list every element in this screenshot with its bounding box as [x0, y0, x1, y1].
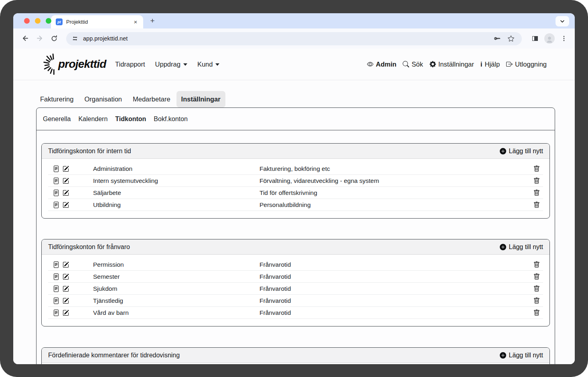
eye-icon	[367, 61, 373, 67]
new-tab-button[interactable]: +	[147, 16, 158, 26]
account-description: Frånvarotid	[260, 261, 533, 268]
trash-icon	[533, 274, 540, 280]
nav-link-tidrapport[interactable]: Tidrapport	[115, 61, 145, 68]
file-text-icon[interactable]	[53, 166, 59, 172]
url-text[interactable]: app.projekttid.net	[83, 35, 489, 42]
logout-button[interactable]: Utloggning	[506, 61, 547, 68]
table-row: Utbildning Personalutbildning	[48, 199, 543, 211]
nav-link-uppdrag[interactable]: Uppdrag	[155, 61, 187, 68]
add-new-button[interactable]: Lägg till nytt	[500, 243, 543, 251]
file-text-icon[interactable]	[53, 261, 59, 268]
side-panel-button[interactable]	[529, 32, 541, 45]
card-intern-tid: Tidföringskonton för intern tid Lägg til…	[41, 143, 550, 219]
file-text-icon[interactable]	[53, 298, 59, 304]
edit-icon[interactable]	[63, 298, 69, 304]
settings-panel: Generella Kalendern Tidkonton Bokf.konto…	[36, 107, 555, 364]
account-name: Säljarbete	[93, 189, 260, 197]
delete-button[interactable]	[533, 274, 540, 280]
plus-circle-icon	[500, 352, 506, 359]
trash-icon	[533, 178, 540, 184]
table-row: Vård av barn Frånvarotid	[48, 307, 543, 319]
favicon: pt	[56, 18, 63, 25]
delete-button[interactable]	[533, 202, 540, 208]
logo-text: projekttid	[58, 58, 106, 71]
edit-icon[interactable]	[63, 274, 69, 280]
delete-button[interactable]	[533, 286, 540, 292]
search-label: Sök	[412, 61, 423, 68]
tab-close-icon[interactable]: ×	[132, 18, 139, 26]
subtab-kalendern[interactable]: Kalendern	[78, 114, 108, 124]
table-row: Tjänstledig Frånvarotid	[48, 295, 543, 307]
delete-button[interactable]	[533, 261, 540, 268]
edit-icon[interactable]	[63, 310, 69, 316]
admin-view-button[interactable]: Admin	[367, 61, 396, 68]
file-text-icon[interactable]	[53, 286, 59, 292]
settings-tab-bar: Fakturering Organisation Medarbetare Ins…	[35, 91, 553, 107]
delete-button[interactable]	[533, 310, 540, 316]
chevron-down-icon	[560, 18, 565, 24]
app-navbar: projekttid Tidrapport Uppdrag Kund Admin…	[13, 49, 575, 80]
edit-icon[interactable]	[63, 190, 69, 196]
app-logo[interactable]: projekttid	[39, 53, 108, 76]
account-name: Permission	[93, 261, 260, 268]
account-description: Fakturering, bokföring etc	[260, 165, 533, 172]
edit-icon[interactable]	[63, 166, 69, 172]
account-name: Semester	[93, 273, 260, 280]
browser-tab[interactable]: pt Projekttid ×	[51, 15, 143, 28]
account-name: Administration	[93, 165, 260, 172]
delete-button[interactable]	[533, 178, 540, 184]
address-bar[interactable]: app.projekttid.net	[66, 32, 522, 45]
plus-circle-icon	[500, 244, 506, 250]
subtab-generella[interactable]: Generella	[43, 114, 71, 124]
add-new-button[interactable]: Lägg till nytt	[500, 352, 543, 359]
delete-button[interactable]	[533, 166, 540, 172]
table-row: Sjukdom Frånvarotid	[48, 283, 543, 295]
tab-installningar[interactable]: Inställningar	[176, 91, 225, 107]
card-title: Fördefinierade kommentarer för tidredovi…	[48, 352, 180, 359]
edit-icon[interactable]	[63, 178, 69, 184]
delete-button[interactable]	[533, 190, 540, 196]
edit-icon[interactable]	[63, 261, 69, 268]
file-text-icon[interactable]	[53, 178, 59, 184]
tab-medarbetare[interactable]: Medarbetare	[128, 91, 175, 107]
password-key-icon[interactable]	[492, 33, 503, 44]
help-label: Hjälp	[485, 61, 500, 68]
tab-organisation[interactable]: Organisation	[79, 91, 127, 107]
file-text-icon[interactable]	[53, 310, 59, 316]
page-content: projekttid Tidrapport Uppdrag Kund Admin…	[13, 49, 575, 364]
settings-button[interactable]: Inställningar	[430, 61, 474, 68]
back-button[interactable]	[19, 32, 31, 45]
table-row: Semester Frånvarotid	[48, 271, 543, 283]
reload-button[interactable]	[48, 32, 60, 45]
tab-fakturering[interactable]: Fakturering	[35, 91, 78, 107]
help-button[interactable]: iHjälp	[481, 61, 500, 68]
kebab-menu-icon	[561, 35, 567, 42]
info-icon: i	[481, 61, 483, 68]
file-text-icon[interactable]	[53, 202, 59, 208]
account-description: Tid för offertskrivning	[260, 189, 533, 197]
search-button[interactable]: Sök	[403, 61, 423, 68]
navbar-right: Admin Sök Inställningar iHjälp Utloggnin…	[367, 61, 547, 68]
file-text-icon[interactable]	[53, 274, 59, 280]
minimize-window-button[interactable]	[35, 18, 41, 24]
site-settings-icon[interactable]	[71, 35, 79, 42]
tab-title: Projekttid	[66, 19, 132, 25]
maximize-window-button[interactable]	[46, 18, 51, 24]
bookmark-star-icon[interactable]	[506, 33, 516, 44]
subtab-bokfkonton[interactable]: Bokf.konton	[153, 114, 188, 124]
add-new-button[interactable]: Lägg till nytt	[500, 148, 543, 155]
tab-search-button[interactable]	[556, 16, 569, 26]
delete-button[interactable]	[533, 298, 540, 304]
edit-icon[interactable]	[63, 202, 69, 208]
close-window-button[interactable]	[24, 18, 30, 24]
subtab-tidkonton[interactable]: Tidkonton	[115, 114, 146, 124]
nav-link-kund[interactable]: Kund	[197, 61, 220, 68]
card-header: Tidföringskonton för frånvaro Lägg till …	[42, 239, 549, 255]
trash-icon	[533, 190, 540, 196]
browser-menu-button[interactable]	[558, 32, 570, 45]
profile-avatar[interactable]	[543, 32, 556, 45]
edit-icon[interactable]	[63, 286, 69, 292]
admin-label: Admin	[376, 61, 396, 68]
file-text-icon[interactable]	[53, 190, 59, 196]
add-new-label: Lägg till nytt	[509, 352, 543, 359]
